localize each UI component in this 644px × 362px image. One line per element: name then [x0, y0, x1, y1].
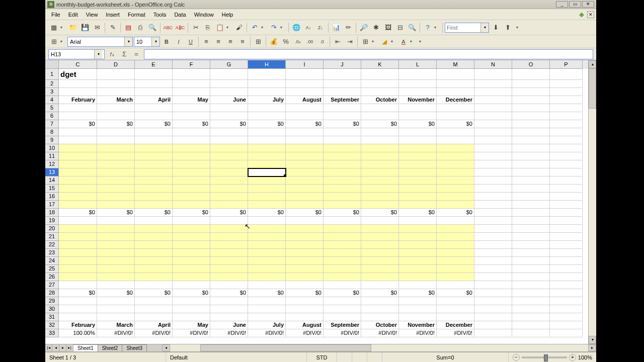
cell[interactable] — [286, 112, 324, 120]
cell[interactable] — [59, 160, 97, 168]
cell[interactable] — [286, 249, 324, 257]
cell[interactable] — [550, 80, 583, 88]
cell[interactable] — [399, 88, 437, 96]
cell[interactable]: #DIV/0! — [361, 329, 399, 337]
cell[interactable] — [210, 88, 248, 96]
cell[interactable] — [399, 144, 437, 152]
sheet-tab-2[interactable]: Sheet2 — [98, 344, 123, 351]
cell[interactable]: $0 — [286, 120, 324, 128]
zoom-icon[interactable]: 🔍 — [407, 22, 418, 33]
cell[interactable]: $0 — [173, 289, 210, 297]
cell[interactable] — [437, 217, 474, 225]
sheet-tab-3[interactable]: Sheet3 — [122, 344, 147, 351]
cell[interactable] — [59, 80, 97, 88]
cell[interactable] — [173, 217, 210, 225]
cell[interactable] — [210, 281, 248, 289]
cell[interactable] — [474, 168, 512, 176]
cell[interactable] — [437, 88, 474, 96]
cell[interactable] — [59, 281, 97, 289]
cell[interactable] — [399, 168, 437, 176]
cell[interactable]: $0 — [437, 209, 474, 217]
row-header[interactable]: 27 — [45, 281, 59, 289]
cell[interactable] — [286, 201, 324, 209]
datasources-icon[interactable]: ⊟ — [394, 22, 406, 33]
cell[interactable] — [361, 168, 399, 176]
font-size-dropdown[interactable]: ▾ — [151, 37, 159, 46]
cell[interactable] — [512, 241, 550, 249]
cell[interactable] — [210, 265, 248, 273]
find-next-icon[interactable]: ⬇ — [490, 22, 501, 33]
cell[interactable] — [248, 297, 286, 305]
cell[interactable] — [550, 104, 583, 112]
cell[interactable] — [248, 176, 286, 185]
cell[interactable] — [550, 193, 583, 201]
cell[interactable] — [474, 96, 512, 104]
cell[interactable] — [512, 297, 550, 305]
cell[interactable]: October — [361, 96, 399, 104]
cell[interactable] — [210, 217, 248, 225]
cell[interactable] — [210, 233, 248, 241]
cell[interactable] — [474, 120, 512, 128]
cell[interactable]: August — [286, 96, 324, 104]
cell[interactable] — [97, 80, 135, 88]
cell[interactable] — [135, 201, 173, 209]
cell[interactable] — [361, 217, 399, 225]
cell[interactable] — [437, 176, 474, 185]
italic-icon[interactable]: I — [173, 36, 184, 47]
bgcolor-dropdown[interactable]: ▾ — [391, 39, 397, 44]
cell[interactable] — [59, 168, 97, 176]
cell[interactable] — [550, 241, 583, 249]
row-header[interactable]: 7 — [45, 120, 59, 128]
cell[interactable] — [97, 257, 135, 265]
cell[interactable] — [173, 185, 210, 193]
cell[interactable] — [248, 112, 286, 120]
find-replace-icon[interactable]: 🔎 — [358, 22, 369, 33]
cell[interactable] — [173, 80, 210, 88]
cell[interactable] — [59, 88, 97, 96]
cell[interactable] — [59, 273, 97, 281]
cell[interactable] — [512, 201, 550, 209]
cell[interactable] — [550, 185, 583, 193]
edit-icon[interactable]: ✎ — [107, 22, 118, 33]
cell[interactable] — [399, 265, 437, 273]
cell[interactable] — [135, 241, 173, 249]
cell[interactable]: $0 — [248, 209, 286, 217]
cell[interactable] — [248, 273, 286, 281]
cell[interactable]: September — [324, 321, 361, 329]
status-selection-mode[interactable] — [337, 352, 352, 362]
cell[interactable]: $0 — [361, 289, 399, 297]
cell[interactable] — [135, 185, 173, 193]
cell[interactable] — [135, 281, 173, 289]
cell[interactable]: $0 — [324, 209, 361, 217]
cell[interactable] — [210, 201, 248, 209]
column-header[interactable]: P — [550, 60, 583, 69]
cell[interactable] — [550, 209, 583, 217]
cell[interactable] — [324, 128, 361, 136]
name-box-dropdown[interactable]: ▾ — [94, 50, 102, 59]
bgcolor-icon[interactable]: ◢ — [379, 36, 390, 47]
titlebar[interactable]: ⊞ monthly-budget-worksheet.xls - OpenOff… — [45, 0, 596, 9]
cell[interactable] — [248, 233, 286, 241]
cell[interactable] — [437, 233, 474, 241]
scroll-left-button[interactable]: ◂ — [162, 344, 170, 351]
status-insert-mode[interactable]: STD — [307, 352, 337, 362]
cell[interactable] — [173, 69, 210, 80]
cell[interactable] — [97, 152, 135, 160]
cell[interactable] — [97, 168, 135, 176]
cell[interactable] — [286, 265, 324, 273]
menu-format[interactable]: Format — [124, 11, 149, 19]
cell[interactable]: $0 — [97, 289, 135, 297]
row-header[interactable]: 13 — [45, 168, 59, 176]
cell[interactable] — [135, 69, 173, 80]
cell[interactable] — [437, 185, 474, 193]
find-prev-icon[interactable]: ⬆ — [502, 22, 513, 33]
cell[interactable] — [135, 265, 173, 273]
cell[interactable] — [512, 193, 550, 201]
cell[interactable] — [173, 201, 210, 209]
cell[interactable] — [512, 112, 550, 120]
cell[interactable] — [135, 128, 173, 136]
column-header[interactable]: G — [210, 60, 248, 69]
row-header[interactable]: 30 — [45, 305, 59, 313]
cell[interactable] — [437, 257, 474, 265]
cell[interactable] — [135, 305, 173, 313]
